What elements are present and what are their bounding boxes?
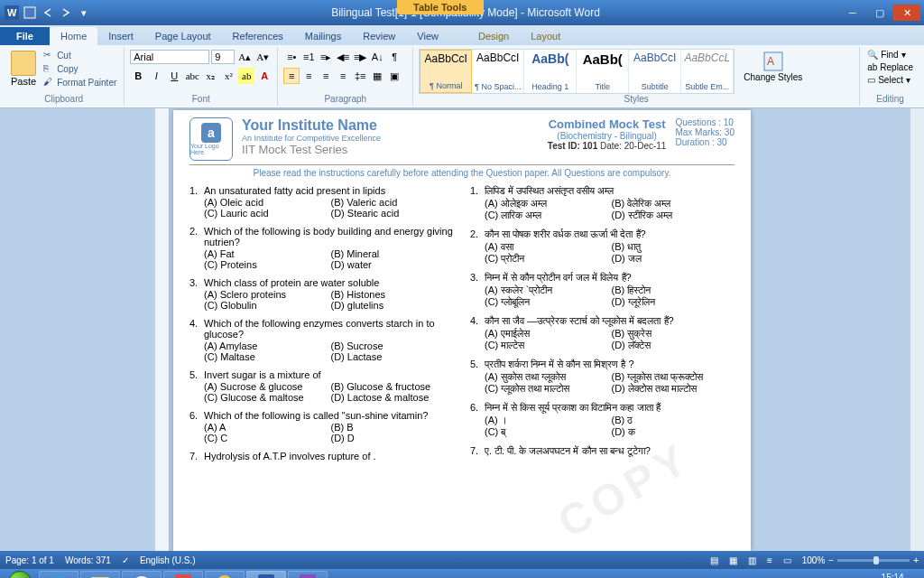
vertical-ruler[interactable] bbox=[155, 108, 170, 551]
replace-button[interactable]: ab Replace bbox=[865, 61, 915, 73]
question: 6.निम्न में से किस सूर्य प्रकाश का विटाम… bbox=[470, 402, 735, 438]
vertical-scrollbar[interactable] bbox=[910, 108, 924, 551]
copy-button[interactable]: ⎘Copy bbox=[42, 62, 118, 75]
style-nospacing[interactable]: AaBbCcI¶ No Spaci... bbox=[472, 50, 524, 93]
taskbar-chrome[interactable] bbox=[205, 571, 245, 578]
undo-icon[interactable] bbox=[40, 5, 56, 21]
bold-button[interactable]: B bbox=[130, 68, 146, 84]
show-marks-icon[interactable]: ¶ bbox=[386, 49, 402, 65]
zoom-in-button[interactable]: + bbox=[913, 555, 919, 565]
italic-button[interactable]: I bbox=[148, 68, 164, 84]
highlight-button[interactable]: ab bbox=[238, 68, 254, 84]
document-page[interactable]: COPY a Your Logo Here Your Institute Nam… bbox=[173, 110, 751, 551]
change-styles-icon: A bbox=[762, 51, 784, 72]
status-language[interactable]: English (U.S.) bbox=[140, 555, 196, 565]
status-words[interactable]: Words: 371 bbox=[65, 555, 111, 565]
select-button[interactable]: ▭ Select ▾ bbox=[865, 74, 915, 86]
tab-design[interactable]: Design bbox=[467, 27, 520, 45]
editing-label: Editing bbox=[865, 94, 915, 104]
subscript-button[interactable]: x₂ bbox=[202, 68, 218, 84]
save-icon[interactable] bbox=[22, 5, 38, 21]
font-size-select[interactable] bbox=[211, 50, 235, 64]
style-title[interactable]: AaBb(Title bbox=[577, 50, 629, 93]
taskbar-word[interactable]: W bbox=[246, 571, 286, 578]
clock[interactable]: 15:14 20-Dec-2011 bbox=[866, 573, 919, 578]
view-read-icon[interactable]: ▦ bbox=[729, 555, 737, 565]
shading-icon[interactable]: ▦ bbox=[369, 68, 385, 84]
questions-english: 1.An unsaturated fatty acid present in l… bbox=[189, 185, 454, 470]
align-right-icon[interactable]: ≡ bbox=[318, 68, 334, 84]
view-web-icon[interactable]: ▥ bbox=[748, 555, 756, 565]
view-draft-icon[interactable]: ▭ bbox=[783, 555, 791, 565]
tab-layout[interactable]: Layout bbox=[520, 27, 571, 45]
view-print-icon[interactable]: ▤ bbox=[710, 555, 718, 565]
style-heading1[interactable]: AaBb(Heading 1 bbox=[524, 50, 577, 93]
zoom-out-button[interactable]: − bbox=[828, 555, 834, 565]
view-outline-icon[interactable]: ≡ bbox=[767, 555, 772, 565]
strike-button[interactable]: abc bbox=[184, 68, 200, 84]
taskbar-gtalk[interactable]: talk bbox=[122, 571, 162, 578]
change-styles-button[interactable]: A Change Styles bbox=[738, 49, 808, 84]
multilevel-icon[interactable]: ≡▸ bbox=[318, 49, 334, 65]
sort-icon[interactable]: A↓ bbox=[369, 49, 385, 65]
close-button[interactable]: ✕ bbox=[893, 5, 920, 21]
tab-references[interactable]: References bbox=[222, 27, 294, 45]
find-button[interactable]: 🔍 Find ▾ bbox=[865, 49, 915, 61]
paste-label: Paste bbox=[11, 76, 36, 87]
indent-inc-icon[interactable]: ≡▶ bbox=[352, 49, 368, 65]
tab-mailings[interactable]: Mailings bbox=[294, 27, 352, 45]
shrink-font-icon[interactable]: A▾ bbox=[254, 49, 271, 65]
bullets-icon[interactable]: ≡• bbox=[283, 49, 300, 65]
qat-dropdown-icon[interactable]: ▾ bbox=[76, 5, 92, 21]
tab-home[interactable]: Home bbox=[50, 27, 97, 45]
question: 3.निम्न में से कौन प्रोटीन वर्ग जल में व… bbox=[470, 272, 735, 308]
test-title: Combined Mock Test bbox=[548, 117, 667, 131]
grow-font-icon[interactable]: A▴ bbox=[236, 49, 253, 65]
system-tray: ▴ ⚑ 📶 🔊 15:14 20-Dec-2011 bbox=[816, 573, 922, 578]
indent-dec-icon[interactable]: ◀≡ bbox=[335, 49, 351, 65]
zoom-slider[interactable] bbox=[837, 559, 910, 562]
style-normal[interactable]: AaBbCcI¶ Normal bbox=[420, 50, 472, 93]
question: 1.An unsaturated fatty acid present in l… bbox=[189, 185, 454, 219]
font-color-button[interactable]: A bbox=[256, 68, 273, 84]
format-painter-button[interactable]: 🖌Format Painter bbox=[42, 76, 118, 89]
styles-gallery[interactable]: AaBbCcI¶ Normal AaBbCcI¶ No Spaci... AaB… bbox=[419, 49, 735, 94]
numbering-icon[interactable]: ≡1 bbox=[300, 49, 317, 65]
tab-page-layout[interactable]: Page Layout bbox=[144, 27, 222, 45]
align-left-icon[interactable]: ≡ bbox=[283, 68, 300, 84]
word-icon[interactable]: W bbox=[4, 5, 20, 21]
line-spacing-icon[interactable]: ‡≡ bbox=[352, 68, 368, 84]
taskbar-app1[interactable] bbox=[163, 571, 203, 578]
style-subtle-em[interactable]: AaBbCcLSubtle Em... bbox=[681, 50, 734, 93]
zoom-value[interactable]: 100% bbox=[802, 555, 826, 565]
paste-button[interactable]: Paste bbox=[9, 49, 38, 89]
question: 2.Which of the following is body buildin… bbox=[189, 226, 454, 270]
taskbar-app2[interactable] bbox=[288, 571, 328, 578]
superscript-button[interactable]: x² bbox=[220, 68, 236, 84]
cut-icon: ✂ bbox=[43, 50, 54, 61]
tab-file[interactable]: File bbox=[0, 27, 50, 45]
justify-icon[interactable]: ≡ bbox=[335, 68, 351, 84]
question: 6.Which of the following is called "sun-… bbox=[189, 410, 454, 443]
titlebar: W ▾ Bilingual Test[1]-1 [Compatibility M… bbox=[0, 0, 924, 25]
institute-info: Your Institute Name An Institute for Com… bbox=[242, 117, 381, 161]
font-name-select[interactable] bbox=[130, 50, 209, 64]
status-page[interactable]: Page: 1 of 1 bbox=[5, 555, 54, 565]
style-subtitle[interactable]: AaBbCcISubtitle bbox=[629, 50, 681, 93]
align-center-icon[interactable]: ≡ bbox=[300, 68, 317, 84]
taskbar-ie[interactable]: e bbox=[39, 571, 79, 578]
borders-icon[interactable]: ▣ bbox=[386, 68, 402, 84]
logo-icon: a bbox=[201, 123, 221, 143]
taskbar-explorer[interactable] bbox=[80, 571, 120, 578]
redo-icon[interactable] bbox=[58, 5, 74, 21]
cut-button[interactable]: ✂Cut bbox=[42, 49, 118, 61]
tab-insert[interactable]: Insert bbox=[97, 27, 144, 45]
start-button[interactable] bbox=[2, 570, 38, 578]
underline-button[interactable]: U bbox=[166, 68, 182, 84]
tab-view[interactable]: View bbox=[406, 27, 449, 45]
minimize-button[interactable]: ─ bbox=[839, 5, 866, 21]
group-styles: AaBbCcI¶ Normal AaBbCcI¶ No Spaci... AaB… bbox=[413, 47, 860, 106]
proofing-icon[interactable]: ✓ bbox=[122, 555, 129, 565]
tab-review[interactable]: Review bbox=[352, 27, 406, 45]
maximize-button[interactable]: ▢ bbox=[866, 5, 893, 21]
